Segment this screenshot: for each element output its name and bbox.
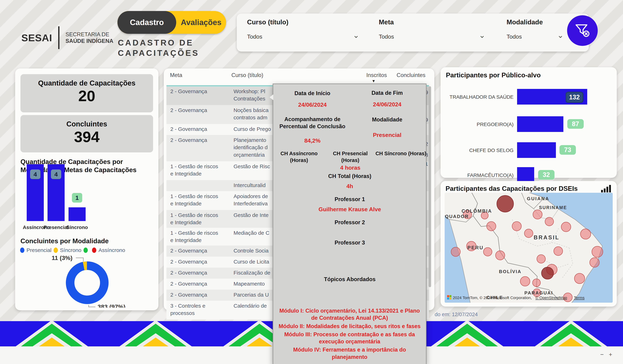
- map-bubble[interactable]: [537, 255, 545, 263]
- zoom-in-button[interactable]: +: [609, 351, 612, 358]
- tooltip-value-ch-total: 4h: [279, 183, 421, 190]
- dsei-map-panel: Participantes das Capacitações por DSEIs: [441, 181, 617, 306]
- tooltip-label-professor2: Professor 2: [279, 219, 421, 226]
- tooltip-value-data-fim: 24/06/2024: [353, 101, 421, 108]
- updated-date-text: do em: 12/07/2024: [435, 312, 478, 317]
- tooltip-label-ch-sincrono: CH Síncrono (Horas): [375, 150, 427, 157]
- hbar-label-chefe-selog: CHEFE DO SELOG: [443, 148, 513, 153]
- map-bubble[interactable]: [497, 195, 513, 212]
- hbar-label-farmaceutico: FARMACÊUTICO(A): [443, 172, 513, 178]
- logo: SESAI SECRETARIA DE SAÚDE INDÍGENA: [21, 26, 113, 49]
- map-bubble[interactable]: [574, 273, 585, 284]
- col-header-meta[interactable]: Meta: [170, 72, 182, 79]
- page-title-line1: CADASTRO DE: [118, 38, 199, 48]
- dsei-map-title: Participantes das Capacitações por DSEIs: [445, 185, 578, 192]
- page-tabs: Cadastro Avaliações: [117, 11, 226, 34]
- filter-bar: Curso (título) Todos ⌄ Meta Todos ⌄ Moda…: [237, 14, 589, 52]
- map-bubble[interactable]: [484, 247, 492, 256]
- concluintes-donut-chart[interactable]: 11 (3%) 383 (97%): [41, 254, 134, 308]
- tooltip-label-data-fim: Data de Fim: [353, 89, 421, 97]
- hbar-value-pregoeiro: 87: [567, 119, 584, 129]
- map-bubble[interactable]: [590, 258, 599, 267]
- map-bubble[interactable]: [495, 251, 505, 260]
- map-attribution-text: 2024 TomTom, © 2024 Microsoft Corporatio…: [453, 296, 532, 300]
- filter-meta-value[interactable]: Todos: [379, 33, 394, 40]
- legend-dot-green: [84, 247, 88, 253]
- map-bubble[interactable]: [520, 277, 530, 286]
- chevron-down-icon[interactable]: ⌄: [479, 33, 485, 37]
- map-bubble[interactable]: [541, 267, 554, 279]
- map-attribution-terms-link[interactable]: Terms: [574, 296, 584, 300]
- hbar-farmaceutico[interactable]: [517, 167, 534, 183]
- map-bubble[interactable]: [487, 222, 496, 231]
- legend-label-assincrono: Assíncrono: [98, 247, 125, 253]
- bar-presencial-value: 4: [51, 169, 61, 179]
- dashboard: SESAI SECRETARIA DE SAÚDE INDÍGENA Cadas…: [0, 0, 623, 364]
- hbar-value-trabalhador: 132: [565, 92, 583, 103]
- donut-slice-sincrono[interactable]: [84, 266, 87, 266]
- bar-assincrono-value: 4: [30, 169, 40, 179]
- map-bubble[interactable]: [545, 217, 554, 226]
- kpi-concluintes: Concluintes 394: [21, 115, 153, 152]
- map-bubble[interactable]: [592, 246, 603, 257]
- kpi-concluintes-value: 394: [21, 128, 153, 146]
- tooltip-label-ch-assincrono: CH Assíncrono (Horas): [273, 150, 325, 163]
- tooltip-label-professor1: Professor 1: [279, 196, 421, 203]
- col-header-inscritos[interactable]: Inscritos: [366, 72, 387, 79]
- chevron-down-icon[interactable]: ⌄: [557, 33, 564, 37]
- brand-subtitle-line2: SAÚDE INDÍGENA: [66, 38, 113, 44]
- hbar-label-trabalhador: TRABALHADOR DA SAÚDE: [443, 94, 513, 100]
- legend-label-presencial: Presencial: [26, 247, 51, 253]
- map-label-peru: PERU: [467, 245, 484, 250]
- tooltip-label-topicos: Tópicos Abordados: [279, 276, 421, 283]
- clear-filters-button[interactable]: [567, 15, 598, 46]
- tooltip-value-professor1: Guilherme Krause Alve: [279, 206, 421, 213]
- detail-tooltip: Data de Início Data de Fim 24/06/2024 24…: [273, 83, 426, 364]
- legend-label-sincrono: Síncrono: [60, 247, 81, 253]
- map-attribution-openstreetmap-link[interactable]: © OpenStreetMap: [535, 296, 567, 300]
- map-bubble[interactable]: [524, 229, 533, 238]
- map-bubble[interactable]: [561, 222, 571, 232]
- hbar-chefe-selog[interactable]: [517, 142, 556, 158]
- table-scrollbar[interactable]: [429, 86, 431, 287]
- zoom-out-button[interactable]: −: [600, 351, 604, 358]
- tooltip-label-modalidade: Modalidade: [353, 116, 421, 123]
- tooltip-label-professor3: Professor 3: [279, 239, 421, 246]
- map-label-equador: QUADOR: [445, 214, 469, 219]
- kpi-capacitacoes-label: Quantidade de Capacitações: [21, 74, 153, 87]
- sort-desc-icon[interactable]: ▼: [372, 79, 376, 83]
- legend-dot-presencial: [20, 247, 24, 253]
- map-label-guiana: GUIANA: [527, 196, 550, 201]
- map-bubble[interactable]: [451, 247, 460, 256]
- filter-curso-value[interactable]: Todos: [247, 33, 262, 40]
- filter-modalidade-value[interactable]: Todos: [507, 33, 522, 40]
- hbar-pregoeiro[interactable]: [517, 116, 563, 132]
- page-title-line2: CAPACITAÇÕES: [118, 48, 199, 58]
- map-bubble[interactable]: [533, 279, 540, 287]
- kpi-capacitacoes-value: 20: [21, 87, 153, 105]
- tooltip-value-ch-presencial: 4 horas: [325, 164, 376, 171]
- filter-modalidade-label: Modalidade: [507, 19, 543, 26]
- bar-sincrono-value: 1: [72, 193, 82, 202]
- map-bubble[interactable]: [554, 247, 563, 256]
- donut-label-sincrono: 11 (3%): [52, 254, 72, 261]
- map-bubble[interactable]: [580, 229, 591, 239]
- tooltip-arrow: [269, 94, 273, 100]
- tooltip-value-data-inicio: 24/06/2024: [279, 101, 346, 108]
- dsei-map[interactable]: COLÔMBIA GUIANA SURINAME QUADOR PERU BRA…: [445, 193, 613, 303]
- hbar-value-chefe-selog: 73: [559, 145, 576, 155]
- map-bubble[interactable]: [533, 210, 542, 219]
- filter-meta-label: Meta: [379, 19, 394, 26]
- donut-slice-presencial[interactable]: [70, 266, 104, 300]
- tab-cadastro[interactable]: Cadastro: [117, 11, 176, 34]
- publico-alvo-title: Participantes por Público-alvo: [446, 71, 541, 79]
- map-bubble[interactable]: [512, 222, 521, 231]
- tooltip-label-percentual: Acompanhamento de Percentual de Conclusã…: [275, 116, 350, 130]
- bar-chart-icon[interactable]: [601, 184, 612, 194]
- tab-avaliacoes[interactable]: Avaliações: [176, 11, 226, 34]
- col-header-concluintes[interactable]: Concluintes: [397, 72, 425, 79]
- bar-sincrono[interactable]: [68, 207, 86, 221]
- col-header-curso[interactable]: Curso (título): [231, 72, 263, 79]
- chevron-down-icon[interactable]: ⌄: [353, 33, 359, 37]
- tooltip-label-data-inicio: Data de Início: [279, 90, 346, 97]
